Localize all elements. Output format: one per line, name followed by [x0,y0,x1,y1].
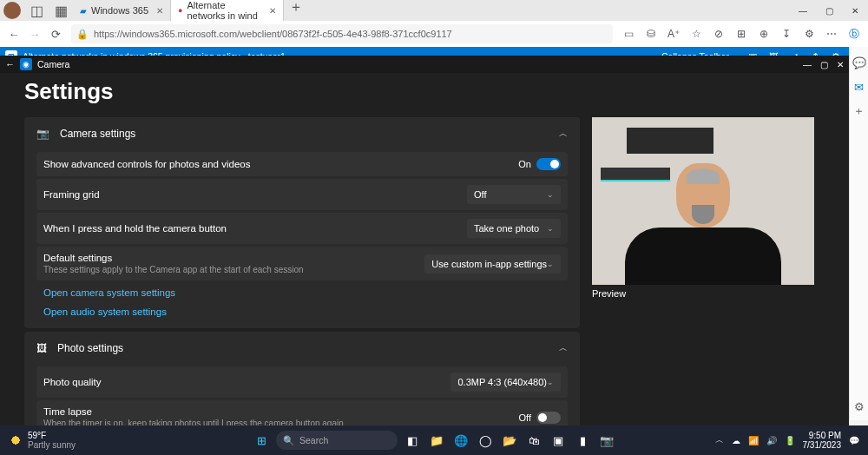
section-title: Photo settings [57,342,123,354]
notifications-icon[interactable]: 💬 [849,436,859,445]
shopping-icon[interactable]: ⛁ [641,23,661,44]
chevron-down-icon: ⌄ [547,378,554,386]
more-icon[interactable]: ⋯ [821,23,842,44]
section-photo-settings: 🖼 Photo settings ︿ Photo quality 0.3MP 4… [24,332,580,425]
camera-app-window: ← ◉ Camera — ▢ ✕ Settings 📷 Camera setti… [0,56,849,425]
time: 9:50 PM [803,431,842,440]
temperature: 59°F [28,431,76,440]
taskbar-search[interactable]: 🔍 Search [276,431,398,450]
powershell-icon[interactable]: ▮ [573,431,592,450]
setting-press-hold: When I press and hold the camera button … [36,213,568,244]
quality-select[interactable]: 0.3MP 4:3 (640x480) ⌄ [450,373,561,392]
camera-icon: ◉ [20,58,32,70]
section-header-camera[interactable]: 📷 Camera settings ︿ [24,117,580,150]
address-bar[interactable]: 🔒 https://windows365.microsoft.com/webcl… [71,24,613,43]
new-tab-button[interactable]: ＋ [289,0,303,14]
camera-app-icon[interactable]: 📷 [597,431,616,450]
maximize-button[interactable]: ▢ [820,60,828,69]
setting-label: Default settings [43,253,424,263]
setting-advanced-controls: Show advanced controls for photos and vi… [36,152,568,176]
back-button[interactable]: ← [5,59,15,69]
toggle-switch[interactable] [536,412,561,424]
profile-avatar[interactable] [3,2,21,19]
section-title: Camera settings [60,128,135,140]
link-audio-system[interactable]: Open audio system settings [36,302,568,321]
setting-time-lapse: Time lapse When the timer is on, keep ta… [36,400,568,425]
outlook-icon[interactable]: ✉ [852,80,866,94]
collections-icon[interactable]: ⊕ [753,23,774,44]
edge-icon[interactable]: 🌐 [451,431,470,450]
minimize-button[interactable]: — [803,60,812,69]
forward-button[interactable]: → [24,23,45,44]
store-icon[interactable]: 🛍 [524,431,543,450]
close-icon[interactable]: ✕ [269,6,276,16]
explorer-icon[interactable]: 📁 [427,431,446,450]
read-aloud-icon[interactable]: A⁺ [663,23,684,44]
wifi-icon[interactable]: 📶 [748,436,759,445]
page-title: Settings [24,78,825,105]
favorites-icon[interactable]: ⊞ [731,23,752,44]
weather-widget[interactable]: 59°F Partly sunny [9,431,76,450]
section-camera-settings: 📷 Camera settings ︿ Show advanced contro… [24,117,580,328]
windows-taskbar: 59°F Partly sunny ⊞ 🔍 Search ◧ 📁 🌐 ◯ 📂 🛍… [0,425,868,455]
close-button[interactable]: ✕ [837,60,844,69]
photo-icon: 🖼 [36,342,47,354]
setting-label: Show advanced controls for photos and vi… [43,159,518,169]
downloads-icon[interactable]: ↧ [776,23,797,44]
defaults-select[interactable]: Use custom in-app settings ⌄ [424,254,561,274]
app-titlebar: ← ◉ Camera — ▢ ✕ [0,56,849,73]
chevron-up-icon: ︿ [559,342,568,354]
system-tray: ︿ ☁ 📶 🔊 🔋 9:50 PM 7/31/2023 💬 [715,431,860,450]
press-select[interactable]: Take one photo ⌄ [467,219,561,238]
tab-windows365[interactable]: ▰ Windows 365 ✕ [73,0,171,21]
task-view-icon[interactable]: ◧ [403,431,422,450]
workspaces-icon[interactable]: ◫ [30,3,43,17]
terminal-icon[interactable]: ▣ [549,431,568,450]
performance-icon[interactable]: ⊘ [708,23,729,44]
tab-actions-icon[interactable]: ▦ [54,3,68,17]
framing-select[interactable]: Off ⌄ [467,185,561,204]
toggle-state: On [518,159,531,169]
toggle-switch[interactable] [536,158,561,170]
back-button[interactable]: ← [3,23,24,44]
chevron-up-icon: ︿ [559,128,568,140]
files-icon[interactable]: 📂 [500,431,519,450]
section-header-photo[interactable]: 🖼 Photo settings ︿ [24,332,580,365]
date: 7/31/2023 [803,440,842,450]
preview-label: Preview [592,285,816,302]
tray-chevron-icon[interactable]: ︿ [715,434,724,446]
tab-title: Windows 365 [91,5,148,16]
star-icon[interactable]: ☆ [686,23,707,44]
chat-icon[interactable]: 💬 [852,56,866,69]
camera-preview [592,117,814,285]
refresh-button[interactable]: ⟳ [45,23,66,44]
setting-label: When I press and hold the camera button [43,223,467,234]
clock[interactable]: 9:50 PM 7/31/2023 [803,431,842,450]
bing-chat-icon[interactable]: ⓑ [844,23,865,44]
browser-titlebar: ◫ ▦ ▰ Windows 365 ✕ ● Alternate networks… [0,0,868,21]
volume-icon[interactable]: 🔊 [766,436,777,445]
chevron-down-icon: ⌄ [547,190,554,199]
chrome-icon[interactable]: ◯ [476,431,495,450]
add-icon[interactable]: ＋ [852,104,866,118]
setting-photo-quality: Photo quality 0.3MP 4:3 (640x480) ⌄ [36,366,568,398]
link-camera-system[interactable]: Open camera system settings [36,283,568,302]
close-icon[interactable]: ✕ [156,6,163,16]
setting-label: Photo quality [43,377,450,387]
sun-icon [9,433,23,447]
battery-icon[interactable]: 🔋 [785,436,795,445]
browser-toolbar: ← → ⟳ 🔒 https://windows365.microsoft.com… [0,21,868,47]
close-button[interactable]: ✕ [842,0,868,21]
lock-icon: 🔒 [76,29,89,40]
extensions-icon[interactable]: ⚙ [799,23,819,44]
minimize-button[interactable]: — [790,0,816,21]
maximize-button[interactable]: ▢ [816,0,842,21]
camera-icon: 📷 [36,128,49,140]
video-icon[interactable]: ▭ [618,23,639,44]
settings-icon[interactable]: ⚙ [852,399,866,413]
tab-alternate-networks[interactable]: ● Alternate networks in wind ✕ [171,0,284,21]
chevron-down-icon: ⌄ [547,224,554,233]
start-button[interactable]: ⊞ [252,431,271,450]
setting-label: Framing grid [43,189,467,200]
onedrive-icon[interactable]: ☁ [732,436,740,445]
